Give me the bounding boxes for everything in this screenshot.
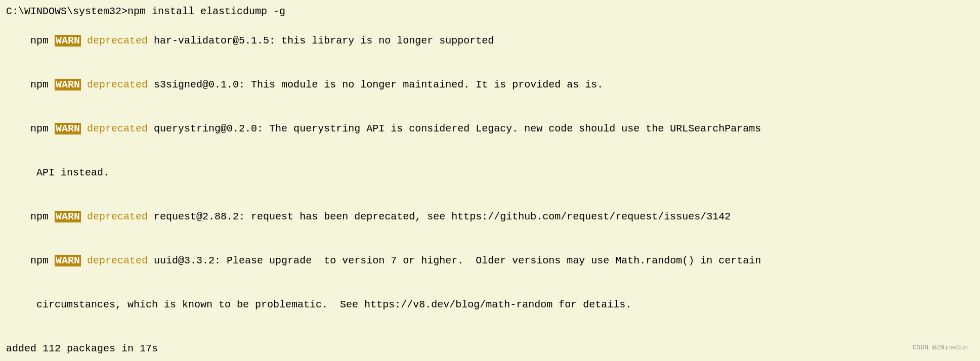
deprecated-2: deprecated xyxy=(81,79,154,91)
empty-line-1 xyxy=(6,327,974,341)
npm-prefix-1: npm xyxy=(30,35,55,47)
warn-line-1: npm WARN deprecated har-validator@5.1.5:… xyxy=(6,19,974,63)
notice-line-1: npm notice xyxy=(6,356,974,361)
warn-message-4: request@2.88.2: request has been depreca… xyxy=(154,211,731,222)
warn-badge-3: WARN xyxy=(55,123,81,134)
warn-line-5-cont: circumstances, which is known to be prob… xyxy=(6,283,974,327)
warn-line-5: npm WARN deprecated uuid@3.3.2: Please u… xyxy=(6,239,974,283)
warn-badge-2: WARN xyxy=(55,79,81,91)
warn-message-2: s3signed@0.1.0: This module is no longer… xyxy=(154,79,603,91)
deprecated-3: deprecated xyxy=(81,123,154,134)
watermark: CSDN @ZNineSun xyxy=(913,343,968,353)
warn-continuation-5: circumstances, which is known to be prob… xyxy=(30,299,631,310)
warn-line-3-cont: API instead. xyxy=(6,151,974,195)
command-line-1: C:\WINDOWS\system32>npm install elasticd… xyxy=(6,4,974,19)
warn-continuation-3: API instead. xyxy=(30,167,109,178)
warn-line-4: npm WARN deprecated request@2.88.2: requ… xyxy=(6,195,974,239)
terminal-window: C:\WINDOWS\system32>npm install elasticd… xyxy=(6,4,974,357)
warn-badge-5: WARN xyxy=(55,255,81,266)
warn-badge-1: WARN xyxy=(55,35,81,47)
npm-prefix-5: npm xyxy=(30,255,55,266)
warn-line-3: npm WARN deprecated querystring@0.2.0: T… xyxy=(6,107,974,151)
deprecated-5: deprecated xyxy=(81,255,154,266)
warn-line-2: npm WARN deprecated s3signed@0.1.0: This… xyxy=(6,63,974,107)
npm-prefix-3: npm xyxy=(30,123,55,134)
deprecated-1: deprecated xyxy=(81,35,154,47)
warn-badge-4: WARN xyxy=(55,211,81,222)
npm-prefix-2: npm xyxy=(30,79,55,91)
added-packages-line: added 112 packages in 17s xyxy=(6,341,974,356)
warn-message-3: querystring@0.2.0: The querystring API i… xyxy=(154,123,761,134)
npm-prefix-4: npm xyxy=(30,211,55,222)
warn-message-1: har-validator@5.1.5: this library is no … xyxy=(154,35,494,47)
warn-message-5: uuid@3.3.2: Please upgrade to version 7 … xyxy=(154,255,761,266)
deprecated-4: deprecated xyxy=(81,211,154,222)
